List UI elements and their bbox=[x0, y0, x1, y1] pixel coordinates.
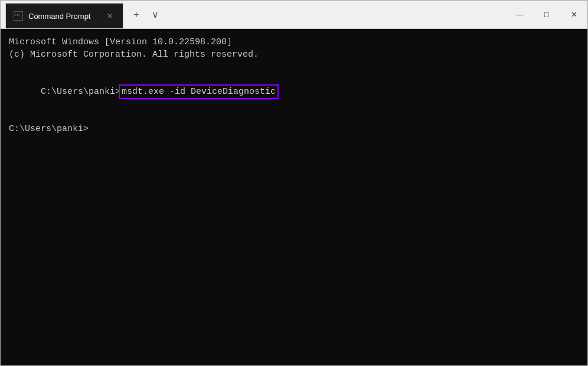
minimize-button[interactable]: — bbox=[506, 1, 533, 29]
tab-area: Command Prompt ✕ + ∨ bbox=[5, 1, 506, 28]
tab-label: Command Prompt bbox=[28, 12, 99, 21]
terminal-line-2: (c) Microsoft Corporation. All rights re… bbox=[9, 48, 579, 61]
tab-close-button[interactable]: ✕ bbox=[104, 10, 116, 22]
terminal-prompt-line: C:\Users\panki> bbox=[9, 123, 579, 135]
spacer-1 bbox=[9, 61, 579, 73]
cmd-icon bbox=[14, 11, 23, 21]
close-button[interactable]: ✕ bbox=[560, 1, 587, 29]
highlighted-command: msdt.exe -id DeviceDiagnostic bbox=[120, 86, 277, 97]
terminal-line-1: Microsoft Windows [Version 10.0.22598.20… bbox=[9, 36, 579, 48]
window: Command Prompt ✕ + ∨ — □ ✕ Microsoft Win… bbox=[0, 0, 588, 366]
prompt-1: C:\Users\panki> bbox=[41, 87, 120, 97]
title-bar: Command Prompt ✕ + ∨ — □ ✕ bbox=[1, 1, 587, 29]
window-controls: — □ ✕ bbox=[506, 1, 587, 28]
tab-actions: + ∨ bbox=[123, 1, 168, 28]
terminal-command-line: C:\Users\panki>msdt.exe -id DeviceDiagno… bbox=[9, 73, 579, 110]
spacer-2 bbox=[9, 110, 579, 123]
tab-dropdown-button[interactable]: ∨ bbox=[147, 6, 164, 23]
active-tab[interactable]: Command Prompt ✕ bbox=[5, 3, 123, 28]
tab-icon bbox=[13, 11, 24, 21]
maximize-button[interactable]: □ bbox=[533, 1, 560, 29]
terminal-body[interactable]: Microsoft Windows [Version 10.0.22598.20… bbox=[1, 29, 587, 365]
new-tab-button[interactable]: + bbox=[128, 6, 145, 23]
